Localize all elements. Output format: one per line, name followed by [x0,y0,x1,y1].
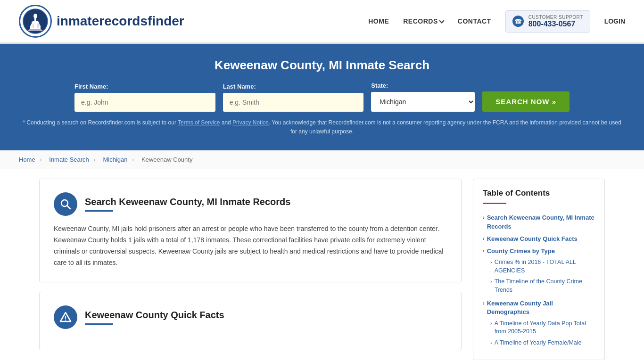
logo-text: inmaterecordsfinder [57,14,184,29]
nav-contact[interactable]: CONTACT [458,17,491,25]
sidebar: Table of Contents › Search Keweenaw Coun… [473,179,605,360]
toc-divider [483,203,506,204]
toc-link-2[interactable]: › Keweenaw County Quick Facts [483,235,595,243]
toc-sub-item-3-2: › The Timeline of the County Crime Trend… [490,276,595,296]
toc-sub-item-3-1: › Crimes % in 2016 - TOTAL ALL AGENCIES [490,257,595,276]
tos-link[interactable]: Terms of Service [178,119,220,126]
first-name-input[interactable] [74,93,215,112]
hero-title: Keweenaw County, MI Inmate Search [19,58,625,73]
breadcrumb-sep3: › [132,156,134,163]
main-nav: HOME RECORDS CONTACT ☎ CUSTOMER SUPPORT … [368,10,625,33]
toc-chevron-1: › [483,214,485,221]
toc-sub-item-4-2: › A Timeline of Yearly Female/Male [490,337,595,349]
svg-rect-11 [28,30,42,31]
last-name-label: Last Name: [223,83,364,90]
records-chevron-icon [439,18,444,23]
toc-sub-link-4-2[interactable]: › A Timeline of Yearly Female/Male [490,339,595,347]
toc-chevron-4: › [483,300,485,307]
login-button[interactable]: LOGIN [604,17,625,25]
toc-box: Table of Contents › Search Keweenaw Coun… [473,179,605,360]
search-form: First Name: Last Name: State: AlabamaAla… [74,82,570,112]
toc-item-3: › County Crimes by Type › Crimes % in 20… [483,245,595,297]
nav-records[interactable]: RECORDS [403,17,444,25]
last-name-input[interactable] [223,93,364,112]
phone-icon: ☎ [512,16,524,27]
toc-sub-link-4-1[interactable]: › A Timeline of Yearly Data Pop Total fr… [490,320,595,336]
toc-sub-link-3-1[interactable]: › Crimes % in 2016 - TOTAL ALL AGENCIES [490,258,595,275]
section-body: Keweenaw County, MI jails hold prisoners… [54,223,447,268]
toc-sub-link-3-2[interactable]: › The Timeline of the County Crime Trend… [490,278,595,294]
toc-item-4: › Keweenaw County Jail Demographics › A … [483,297,595,350]
quick-facts-title-group: Keweenaw County Quick Facts [85,310,224,325]
svg-text:!: ! [65,315,66,322]
svg-point-5 [33,14,37,18]
quick-facts-icon: ! [54,305,77,329]
breadcrumb-sep1: › [40,156,41,163]
section-divider [85,210,113,212]
disclaimer-text: * Conducting a search on Recordsfinder.c… [19,118,625,136]
breadcrumb-current: Keweenaw County [141,156,192,163]
svg-rect-7 [33,24,34,28]
toc-sub-item-4-1: › A Timeline of Yearly Data Pop Total fr… [490,318,595,337]
svg-rect-8 [37,24,38,28]
quick-facts-divider [85,323,113,325]
breadcrumb-sep2: › [93,156,95,163]
toc-title: Table of Contents [483,189,595,198]
search-hero: Keweenaw County, MI Inmate Search First … [0,44,644,150]
toc-item-1: › Search Keweenaw County, MI Inmate Reco… [483,212,595,232]
first-name-label: First Name: [74,83,215,90]
toc-link-4[interactable]: › Keweenaw County Jail Demographics [483,299,595,316]
toc-chevron-2: › [483,235,485,242]
support-text: CUSTOMER SUPPORT 800-433-0567 [528,15,583,28]
privacy-link[interactable]: Privacy Notice [232,119,269,126]
customer-support-box[interactable]: ☎ CUSTOMER SUPPORT 800-433-0567 [505,10,590,33]
quick-facts-title: Keweenaw County Quick Facts [85,310,224,321]
site-header: inmaterecordsfinder HOME RECORDS CONTACT… [0,0,644,44]
section-header: Search Keweenaw County, MI Inmate Record… [54,192,447,216]
toc-sub-4: › A Timeline of Yearly Data Pop Total fr… [483,318,595,349]
svg-rect-10 [29,29,41,30]
toc-link-3[interactable]: › County Crimes by Type [483,247,595,255]
quick-facts-header: ! Keweenaw County Quick Facts [54,305,447,329]
logo-area: inmaterecordsfinder [19,5,184,38]
search-button[interactable]: SEARCH NOW » [482,91,570,112]
section-title-group: Search Keweenaw County, MI Inmate Record… [85,197,290,212]
inmate-records-section: Search Keweenaw County, MI Inmate Record… [39,179,462,282]
main-content: Search Keweenaw County, MI Inmate Record… [20,169,624,362]
first-name-group: First Name: [74,83,215,112]
svg-rect-9 [38,24,39,28]
breadcrumb-home[interactable]: Home [19,156,35,163]
breadcrumb: Home › Inmate Search › Michigan › Keween… [0,150,644,169]
state-select[interactable]: AlabamaAlaskaArizonaArkansasCaliforniaCo… [371,92,475,112]
section-title: Search Keweenaw County, MI Inmate Record… [85,197,290,207]
toc-link-1[interactable]: › Search Keweenaw County, MI Inmate Reco… [483,214,595,230]
state-group: State: AlabamaAlaskaArizonaArkansasCalif… [371,82,475,112]
toc-item-2: › Keweenaw County Quick Facts [483,233,595,245]
logo-icon [19,5,52,38]
svg-line-13 [67,206,71,209]
toc-list: › Search Keweenaw County, MI Inmate Reco… [483,212,595,350]
toc-sub-3: › Crimes % in 2016 - TOTAL ALL AGENCIES … [483,257,595,296]
quick-facts-section: ! Keweenaw County Quick Facts [39,292,462,350]
last-name-group: Last Name: [223,83,364,112]
svg-rect-6 [32,24,33,28]
breadcrumb-michigan[interactable]: Michigan [103,156,127,163]
toc-chevron-3: › [483,247,485,255]
state-label: State: [371,82,475,89]
nav-home[interactable]: HOME [368,17,389,25]
content-area: Search Keweenaw County, MI Inmate Record… [39,179,462,360]
breadcrumb-inmate-search[interactable]: Inmate Search [49,156,89,163]
search-section-icon [54,192,77,216]
